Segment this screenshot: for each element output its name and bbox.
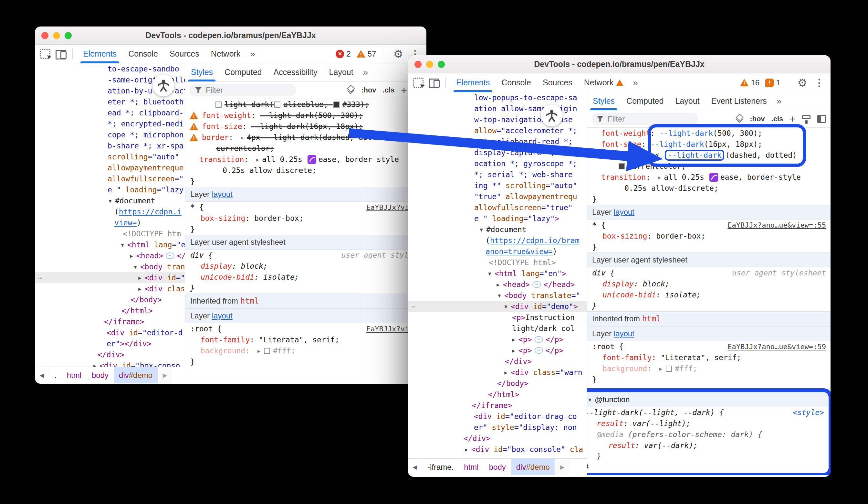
tab-layout[interactable]: Layout [323,63,359,81]
code-line[interactable]: ▸<head>⋯</h [35,250,185,261]
tab-event-listeners[interactable]: Event Listeners [705,92,773,110]
section-header[interactable]: Layer layout [185,187,426,202]
tab-styles[interactable]: Styles [185,63,219,81]
code-line[interactable]: view=) [35,217,185,228]
code-line[interactable]: @media (prefers-color-scheme: dark) { [587,429,829,440]
toggle-class-button[interactable]: .cls [772,115,783,123]
ellipsis-icon[interactable]: ⋯ [535,347,543,354]
color-swatch[interactable] [619,163,625,169]
inspect-element-icon[interactable] [413,78,424,88]
code-line[interactable]: div {user agent stylesh [185,250,426,261]
code-line[interactable]: <p>Instruction [408,312,587,323]
code-line[interactable]: e " loading="lazy [35,184,185,195]
code-line[interactable]: scrolling="auto" [35,151,185,162]
close-button[interactable] [414,61,422,68]
code-line[interactable]: </iframe> [408,400,587,411]
section-header[interactable]: Layer layout [185,309,426,323]
code-line[interactable]: transition: ▸all 0.25s ease, border-styl… [587,172,830,183]
warn-badge[interactable]: !16 [740,78,760,87]
tab-accessibility[interactable]: Accessibility [268,63,323,81]
code-line[interactable]: *; encrypted-medi [35,118,185,129]
dock-side-icon[interactable] [817,115,826,123]
code-line[interactable]: !font-weight: --light-dark(500, 300); [185,110,426,121]
code-line[interactable]: ▸<head>⋯</head> [408,279,587,290]
tab-styles[interactable]: Styles [587,92,621,110]
tab-sources[interactable]: Sources [537,73,578,92]
tab-elements[interactable]: Elements [450,73,496,92]
color-swatch[interactable] [274,101,280,108]
titlebar[interactable]: DevTools - codepen.io/bramus/pen/EaYBJJx [408,55,830,73]
toggle-hover-button[interactable]: :hov [750,115,765,123]
code-line[interactable]: ▸<div class="warn [408,367,587,378]
ellipsis-icon[interactable]: ⋯ [533,281,541,288]
code-line[interactable]: "true" allowpaymentrequ [408,191,587,202]
code-line[interactable]: </div> [35,349,185,360]
code-line[interactable]: font-weight: --light-dark(500, 300); [587,128,830,139]
code-line[interactable]: ocation *; gyroscope *; [408,158,587,169]
code-line[interactable]: 0.25s allow-discrete; [587,183,830,194]
code-line[interactable]: </body> [408,378,587,389]
cascade-layers-icon[interactable] [735,115,743,123]
code-line[interactable]: to-escape-sandbo [35,63,185,74]
code-line[interactable]: unicode-bidi: isolate; [587,289,830,300]
color-swatch[interactable] [333,101,340,108]
code-line[interactable]: display: block; [587,278,830,289]
code-line[interactable]: !font-size: --light-dark(16px, 18px); [185,121,426,132]
breadcrumb-item[interactable]: html [62,367,86,383]
code-line[interactable]: er"></div> [35,338,185,349]
code-line[interactable]: ⋯▾<div id="demo"> [408,301,587,312]
more-tabs-chevron[interactable]: » [359,63,372,81]
code-line[interactable]: </html> [35,305,185,316]
code-line[interactable]: ▾<html lang="en"> [408,268,587,279]
section-header[interactable]: Layer user agent stylesheet [185,235,426,250]
code-line[interactable]: e " loading="lazy"> [408,213,587,224]
filter-input-wrap[interactable] [591,113,698,125]
code-line[interactable]: } [185,176,426,187]
ellipsis-icon[interactable]: ⋯ [166,252,174,259]
rendering-emulation-icon[interactable] [802,115,810,119]
code-line[interactable]: ▸<p>⋯</p> [408,334,587,345]
row-more-actions[interactable]: ⋯ [38,274,43,282]
tab-sources[interactable]: Sources [164,44,205,63]
color-swatch[interactable] [264,348,270,354]
ellipsis-icon[interactable]: ⋯ [535,336,543,343]
code-line[interactable]: </div> [408,356,587,367]
section-header[interactable]: ▾@function [587,392,829,407]
code-line[interactable]: <!DOCTYPE htm [35,228,185,239]
tab-network[interactable]: Network [578,73,629,92]
code-line[interactable]: --light-dark(--light, --dark) {<style> [587,407,829,418]
code-line[interactable]: ▾#document [35,195,185,206]
code-line[interactable]: transition: ▸all 0.25s ease, border-styl… [185,154,426,165]
new-style-rule-button[interactable]: + [789,114,796,124]
zoom-button[interactable] [65,32,72,39]
code-line[interactable]: allow="accelerometer *; [408,125,587,136]
breadcrumb-item[interactable]: body [86,367,114,383]
more-tabs-chevron[interactable]: » [629,73,642,92]
tab-console[interactable]: Console [496,73,537,92]
code-line[interactable]: ▸<div id="box-console" cla [408,444,587,455]
code-line[interactable]: (https://cdpn.io/bram [408,235,587,246]
code-line[interactable]: } [587,451,829,462]
code-line[interactable]: } [185,224,426,235]
code-line[interactable]: allowpaymentreque [35,162,185,173]
breadcrumb-item[interactable]: div#demo [114,367,158,383]
code-line[interactable]: background: ▸#fff; [587,363,830,374]
code-line[interactable]: } [587,300,830,311]
code-line[interactable]: <div id="editor-drag-co [408,411,587,422]
tab-network[interactable]: Network [205,44,247,63]
device-toolbar-icon[interactable] [429,78,440,88]
code-line[interactable]: result: var(--light); [587,418,829,429]
code-line[interactable]: (https://cdpn.i [35,206,185,217]
code-line[interactable]: ▸<p>⋯</p> [408,345,587,356]
code-line[interactable]: box-sizing: border-box; [185,213,426,224]
code-line[interactable]: display-capture *; enc [408,147,587,158]
code-line[interactable]: </iframe> [35,316,185,327]
code-line[interactable]: } [587,374,830,385]
code-line[interactable]: unicode-bidi: isolate; [185,272,426,283]
code-line[interactable]: ▾<body trans [35,261,185,272]
filter-input[interactable] [608,114,693,123]
breadcrumb-item[interactable]: div#demo [511,459,555,475]
breadcrumb-item[interactable]: body [484,459,511,475]
code-line[interactable]: !border: ▸4px --light-dark(dashed, dotte… [185,132,426,143]
tab-computed[interactable]: Computed [621,92,669,110]
